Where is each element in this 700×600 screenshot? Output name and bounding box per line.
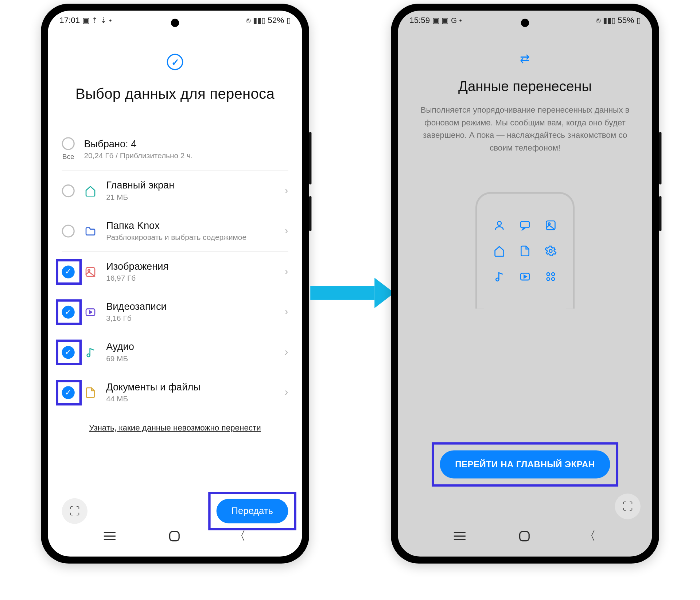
battery-icon: ▯ (637, 16, 641, 24)
app-icon: ▣ (442, 16, 448, 24)
gallery-icon: ▣ (82, 16, 89, 24)
page-title: Выбор данных для переноса (59, 85, 291, 102)
selected-count: Выбрано: 4 (84, 138, 288, 150)
data-list: Все Выбрано: 4 20,24 Гб / Приблизительно… (48, 108, 302, 432)
signal-icon: ▮▮▯ (253, 16, 265, 24)
svg-point-11 (547, 273, 550, 276)
folder-icon (84, 225, 97, 237)
document-icon (516, 242, 534, 260)
image-icon (542, 217, 559, 234)
svg-point-12 (552, 273, 555, 276)
phone-right: 15:59 ▣ ▣ G • ⎋ ▮▮▯ 55% ▯ ⇄ Данные перен… (391, 4, 659, 564)
battery-icon: ▯ (287, 16, 291, 24)
svg-point-4 (497, 222, 501, 226)
item-sub: 16,97 Гб (106, 274, 275, 283)
nav-home[interactable] (519, 531, 530, 541)
status-time: 15:59 (409, 15, 430, 25)
chevron-right-icon: › (285, 386, 288, 399)
transition-arrow-icon (310, 278, 394, 308)
battery-text: 52% (268, 15, 284, 25)
doc-icon (84, 386, 97, 399)
go-home-button[interactable]: ПЕРЕЙТИ НА ГЛАВНЫЙ ЭКРАН (440, 450, 610, 478)
item-checkbox[interactable] (62, 225, 75, 237)
video-icon (84, 305, 97, 318)
data-row[interactable]: ✓Изображения16,97 Гб› (62, 252, 288, 292)
status-time: 17:01 (59, 15, 80, 25)
svg-point-7 (548, 223, 550, 225)
video-icon (516, 268, 534, 285)
header-check-icon: ✓ (167, 54, 183, 70)
download-icon: ⇣ (100, 16, 107, 24)
phone-left: 17:01 ▣ ⇡ ⇣ • ⎋ ▮▮▯ 52% ▯ ✓ Выбор данных… (41, 4, 309, 564)
item-sub: 69 МБ (106, 354, 275, 363)
item-sub: 44 МБ (106, 394, 275, 403)
data-row[interactable]: ✓Документы и файлы44 МБ› (62, 372, 288, 412)
svg-point-13 (547, 278, 550, 281)
item-sub: Разблокировать и выбрать содержимое (106, 233, 275, 242)
header: ✓ Выбор данных для переноса (48, 27, 302, 108)
data-row[interactable]: Папка KnoxРазблокировать и выбрать содер… (62, 211, 288, 252)
signal-icon: ▮▮▯ (603, 16, 615, 24)
scan-button[interactable]: ⛶ (615, 494, 640, 519)
data-row[interactable]: ✓Видеозаписи3,16 Гб› (62, 292, 288, 332)
nav-recent[interactable] (104, 532, 116, 540)
item-title: Изображения (106, 261, 275, 273)
item-checkbox[interactable]: ✓ (62, 386, 75, 399)
svg-point-14 (552, 278, 555, 281)
battery-text: 55% (618, 15, 634, 25)
item-sub: 21 МБ (106, 192, 275, 201)
svg-point-1 (88, 269, 90, 271)
camera-hole (171, 19, 179, 27)
scan-icon: ⛶ (69, 505, 80, 517)
select-all-checkbox[interactable] (62, 137, 75, 150)
home-icon (84, 184, 97, 197)
row-select-all[interactable]: Все Выбрано: 4 20,24 Гб / Приблизительно… (62, 128, 288, 171)
nav-back[interactable]: 〈 (583, 527, 596, 545)
info-link[interactable]: Узнать, какие данные невозможно перенест… (62, 423, 288, 432)
volte-icon: ⎋ (596, 16, 601, 24)
selected-summary: 20,24 Гб / Приблизительно 2 ч. (84, 151, 288, 160)
item-checkbox[interactable] (62, 184, 75, 197)
item-checkbox[interactable]: ✓ (62, 265, 75, 278)
scan-icon: ⛶ (622, 500, 633, 513)
svg-point-8 (549, 250, 552, 253)
item-checkbox[interactable]: ✓ (62, 346, 75, 358)
transfer-icon: ⇄ (520, 54, 530, 63)
item-checkbox[interactable]: ✓ (62, 305, 75, 318)
audio-icon (84, 346, 97, 358)
android-navbar: 〈 (48, 521, 302, 552)
chevron-right-icon: › (285, 346, 288, 358)
page-body: Выполняется упорядочивание перенесенных … (415, 104, 635, 155)
nav-recent[interactable] (454, 532, 466, 540)
item-title: Аудио (106, 341, 275, 353)
contact-icon (491, 217, 508, 234)
google-icon: G (451, 16, 457, 24)
apps-icon (542, 268, 559, 285)
chevron-right-icon: › (285, 265, 288, 278)
android-navbar: 〈 (398, 521, 652, 552)
dot-icon: • (109, 16, 112, 24)
item-title: Документы и файлы (106, 382, 275, 393)
item-title: Папка Knox (106, 220, 275, 232)
select-all-label: Все (62, 152, 75, 160)
message-icon (516, 217, 534, 234)
settings-icon (542, 242, 559, 260)
svg-rect-5 (521, 222, 529, 228)
dot-icon: • (459, 16, 462, 24)
upload-icon: ⇡ (92, 16, 98, 24)
item-title: Видеозаписи (106, 301, 275, 313)
data-row[interactable]: Главный экран21 МБ› (62, 171, 288, 211)
gallery-icon: ▣ (432, 16, 439, 24)
phone-illustration (475, 192, 575, 308)
image-icon (84, 265, 97, 278)
camera-hole (521, 19, 529, 27)
volte-icon: ⎋ (246, 16, 251, 24)
nav-back[interactable]: 〈 (233, 527, 246, 545)
transfer-button[interactable]: Передать (216, 499, 288, 523)
data-row[interactable]: ✓Аудио69 МБ› (62, 332, 288, 372)
chevron-right-icon: › (285, 306, 288, 318)
home-icon (491, 242, 508, 260)
item-sub: 3,16 Гб (106, 314, 275, 323)
chevron-right-icon: › (285, 184, 288, 197)
nav-home[interactable] (169, 531, 180, 541)
